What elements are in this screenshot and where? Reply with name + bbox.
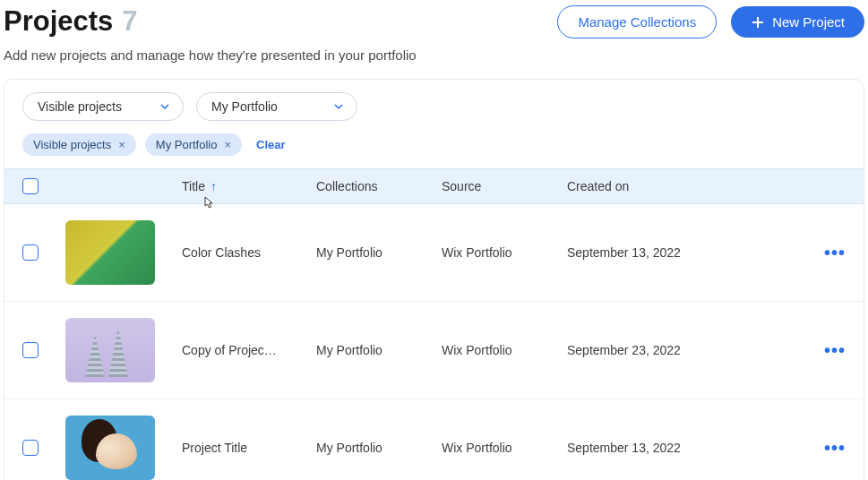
project-created: September 13, 2022 <box>567 441 681 455</box>
sort-ascending-icon: ↑ <box>211 179 217 193</box>
more-actions-button[interactable]: ••• <box>824 438 846 458</box>
project-collections: My Portfolio <box>316 343 382 357</box>
row-checkbox[interactable] <box>22 244 39 261</box>
more-actions-button[interactable]: ••• <box>824 243 846 262</box>
project-created: September 23, 2022 <box>567 343 681 357</box>
row-checkbox[interactable] <box>22 342 39 358</box>
plus-icon <box>751 15 765 30</box>
column-header-title[interactable]: Title ↑ <box>182 179 316 193</box>
chip-label: Visible projects <box>33 138 111 151</box>
select-all-checkbox[interactable] <box>22 178 39 194</box>
page-title: Projects <box>4 5 113 38</box>
column-header-source[interactable]: Source <box>442 179 567 193</box>
visibility-filter-select[interactable]: Visible projects <box>22 92 184 121</box>
close-icon[interactable]: × <box>224 138 231 151</box>
collection-filter-value: My Portfolio <box>211 99 278 114</box>
clear-filters-link[interactable]: Clear <box>256 138 286 151</box>
page-subtitle: Add new projects and manage how they're … <box>0 39 868 79</box>
table-row: Project Title My Portfolio Wix Portfolio… <box>4 399 864 480</box>
project-title: Color Clashes <box>182 245 261 260</box>
visibility-filter-value: Visible projects <box>38 99 122 114</box>
project-thumbnail[interactable] <box>65 220 155 285</box>
new-project-button[interactable]: New Project <box>731 6 864 38</box>
project-thumbnail[interactable] <box>65 318 155 382</box>
column-header-collections[interactable]: Collections <box>316 179 442 193</box>
project-source: Wix Portfolio <box>442 343 512 357</box>
column-header-created[interactable]: Created on <box>567 179 801 193</box>
chevron-down-icon <box>159 101 170 112</box>
project-created: September 13, 2022 <box>567 245 681 260</box>
chip-label: My Portfolio <box>156 138 218 151</box>
table-row: Copy of Projec… My Portfolio Wix Portfol… <box>4 302 864 399</box>
project-collections: My Portfolio <box>316 245 382 260</box>
column-title-label: Title <box>182 179 205 193</box>
close-icon[interactable]: × <box>118 138 125 151</box>
project-source: Wix Portfolio <box>442 441 512 455</box>
more-actions-button[interactable]: ••• <box>824 340 846 360</box>
project-thumbnail[interactable] <box>65 416 155 480</box>
table-header: Title ↑ Collections Source Created on <box>4 168 864 204</box>
row-checkbox[interactable] <box>22 440 39 456</box>
project-source: Wix Portfolio <box>442 245 512 260</box>
chevron-down-icon <box>333 101 344 112</box>
projects-panel: Visible projects My Portfolio Visible pr… <box>4 79 864 480</box>
new-project-label: New Project <box>772 14 845 30</box>
collection-filter-select[interactable]: My Portfolio <box>196 92 357 121</box>
project-title: Project Title <box>182 441 247 455</box>
filter-chip-collection[interactable]: My Portfolio × <box>145 133 242 156</box>
project-collections: My Portfolio <box>316 441 382 455</box>
filter-chip-visibility[interactable]: Visible projects × <box>22 133 136 156</box>
project-count: 7 <box>122 5 137 38</box>
project-title: Copy of Projec… <box>182 343 277 357</box>
manage-collections-button[interactable]: Manage Collections <box>557 5 717 39</box>
table-row: Color Clashes My Portfolio Wix Portfolio… <box>4 204 864 302</box>
manage-collections-label: Manage Collections <box>578 14 696 30</box>
